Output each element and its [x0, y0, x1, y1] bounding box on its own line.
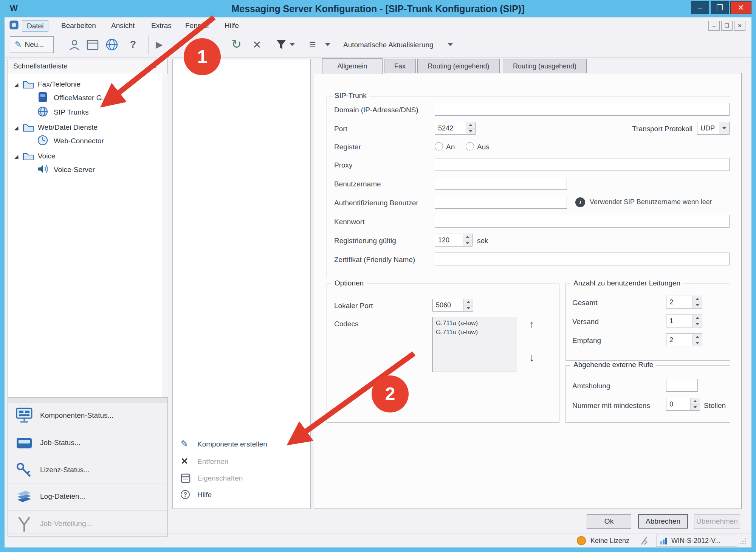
send-lines-label: Versand — [572, 318, 599, 326]
folder-icon — [23, 79, 34, 89]
domain-input[interactable] — [435, 103, 730, 116]
dropdown-caret-icon[interactable] — [719, 122, 729, 134]
ok-button[interactable]: Ok — [587, 514, 631, 529]
view-list-icon[interactable]: ≡ — [309, 38, 316, 51]
mdi-restore-button[interactable]: ❐ — [721, 21, 733, 31]
window-icon[interactable] — [86, 39, 99, 51]
job-status-button[interactable]: Job-Status... — [40, 439, 81, 447]
codec-listbox[interactable]: G.711a (a-law) G.711u (u-law) — [432, 317, 516, 372]
registration-valid-spinner[interactable]: 120 — [435, 234, 472, 247]
total-lines-spinner[interactable]: 2 — [666, 296, 702, 309]
transport-dropdown[interactable]: UDP — [697, 122, 730, 135]
proxy-input[interactable] — [435, 158, 730, 171]
job-distribution-button[interactable]: Job-Verteilung... — [40, 519, 92, 528]
panel-splitter[interactable] — [8, 398, 167, 403]
send-lines-spinner[interactable]: 1 — [666, 315, 702, 327]
local-port-spinner[interactable]: 5060 — [432, 299, 473, 312]
register-on-radio[interactable] — [435, 142, 443, 150]
components-status-button[interactable]: Komponenten-Status... — [40, 411, 113, 420]
menu-extras[interactable]: Extras — [147, 20, 176, 31]
auth-user-input[interactable] — [435, 196, 567, 209]
spin-down-icon[interactable] — [691, 405, 700, 411]
tree-item-web-connector[interactable]: Web-Connector — [54, 137, 104, 145]
tree-item-sip-trunks[interactable]: SIP Trunks — [54, 108, 89, 116]
tree-group-voice[interactable]: Voice — [38, 152, 55, 160]
spin-up-icon[interactable] — [693, 296, 702, 302]
spin-down-icon[interactable] — [466, 129, 475, 135]
certificate-input[interactable] — [435, 253, 730, 265]
move-up-button[interactable]: ↑ — [529, 318, 534, 330]
close-button[interactable]: ✕ — [730, 1, 751, 14]
username-input[interactable] — [435, 177, 567, 190]
mdi-minimize-button[interactable]: – — [708, 21, 720, 31]
maximize-button[interactable]: ❐ — [711, 1, 729, 14]
resize-grip[interactable] — [739, 538, 747, 545]
collapse-icon[interactable]: ▴ — [153, 60, 156, 70]
help-pointer-icon[interactable]: ? — [130, 39, 136, 50]
divider — [173, 432, 310, 432]
filter-caret-icon[interactable] — [290, 43, 295, 46]
port-spinner[interactable]: 5242 — [435, 122, 476, 135]
menu-ansicht[interactable]: Ansicht — [107, 20, 139, 31]
spin-down-icon[interactable] — [463, 240, 472, 247]
outgoing-calls-group-title: Abgehende externe Rufe — [570, 361, 656, 369]
spin-up-icon[interactable] — [693, 315, 702, 321]
spin-up-icon[interactable] — [464, 299, 473, 305]
expander-icon[interactable] — [14, 126, 19, 130]
menu-fenster[interactable]: Fenster — [181, 20, 214, 31]
spin-down-icon[interactable] — [693, 340, 702, 346]
refresh-icon[interactable]: ↻ — [231, 37, 242, 51]
receive-lines-spinner[interactable]: 2 — [666, 333, 702, 346]
help-action[interactable]: Hilfe — [197, 491, 212, 499]
remove-action[interactable]: Entfernen — [197, 457, 228, 466]
new-button[interactable]: ✎ Neu... — [10, 36, 54, 53]
cancel-refresh-icon[interactable]: ✕ — [253, 39, 261, 51]
tree-group-web-datei-dienste[interactable]: Web/Datei Dienste — [38, 123, 98, 132]
globe-icon[interactable] — [105, 38, 119, 51]
cancel-button[interactable]: Abbrechen — [638, 514, 688, 529]
tree-item-voice-server[interactable]: Voice-Server — [54, 166, 95, 174]
auto-refresh-caret-icon[interactable] — [448, 43, 453, 46]
tree-item-officemaster[interactable]: OfficeMaster G... — [54, 94, 108, 102]
menu-datei[interactable]: Datei — [22, 20, 48, 32]
tab-routing-ausgehend[interactable]: Routing (ausgehend) — [503, 59, 587, 73]
apply-button[interactable]: Übernehmen — [694, 514, 740, 529]
tab-routing-eingehend[interactable]: Routing (eingehend) — [417, 59, 500, 73]
outside-line-input[interactable] — [666, 379, 698, 392]
move-down-button[interactable]: ↓ — [529, 352, 534, 364]
codec-item[interactable]: G.711u (u-law) — [433, 328, 516, 337]
spinner-buttons — [692, 296, 702, 308]
run-icon[interactable]: ▶ — [156, 39, 163, 50]
min-digits-spinner[interactable]: 0 — [666, 398, 700, 411]
spin-down-icon[interactable] — [693, 302, 702, 309]
mdi-close-button[interactable]: ✕ — [734, 21, 745, 31]
expander-icon[interactable] — [14, 155, 19, 159]
send-lines-value: 1 — [666, 315, 692, 327]
user-icon[interactable] — [68, 39, 81, 51]
expander-icon[interactable] — [14, 83, 19, 87]
properties-action[interactable]: Eigenschaften — [197, 474, 243, 482]
local-port-label: Lokaler Port — [334, 302, 373, 310]
codec-item[interactable]: G.711a (a-law) — [433, 319, 516, 328]
auto-refresh-dropdown[interactable]: Automatische Aktualisierung — [343, 41, 434, 49]
spin-up-icon[interactable] — [691, 398, 700, 405]
sidebar-scrollbar[interactable] — [163, 74, 168, 397]
filter-icon[interactable] — [275, 39, 287, 51]
license-status-button[interactable]: Lizenz-Status... — [40, 466, 90, 474]
log-files-button[interactable]: Log-Dateien... — [40, 492, 85, 501]
menu-hilfe[interactable]: Hilfe — [220, 20, 243, 31]
tab-allgemein[interactable]: Allgemein — [322, 58, 383, 74]
spin-up-icon[interactable] — [693, 334, 702, 340]
create-component-action[interactable]: Komponente erstellen — [197, 440, 267, 448]
minimize-button[interactable]: – — [691, 1, 709, 14]
spin-down-icon[interactable] — [693, 321, 702, 327]
spin-up-icon[interactable] — [463, 234, 472, 240]
tab-fax[interactable]: Fax — [384, 59, 416, 73]
register-off-radio[interactable] — [466, 142, 474, 150]
spin-up-icon[interactable] — [466, 122, 475, 129]
tree-group-fax-telefonie[interactable]: Fax/Telefonie — [38, 80, 81, 88]
list-caret-icon[interactable] — [325, 43, 330, 46]
spin-down-icon[interactable] — [464, 305, 473, 312]
menu-bearbeiten[interactable]: Bearbeiten — [57, 20, 101, 31]
password-input[interactable] — [435, 215, 730, 228]
